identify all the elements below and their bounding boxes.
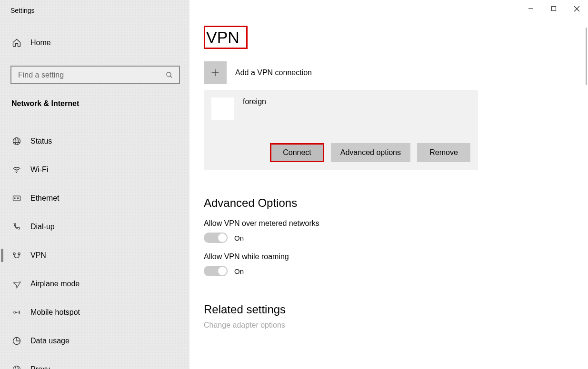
sidebar-item-home[interactable]: Home	[10, 32, 179, 53]
hotspot-icon	[11, 307, 22, 318]
svg-point-12	[13, 253, 15, 255]
globe-icon	[11, 136, 22, 146]
sidebar-item-label: Status	[30, 137, 52, 146]
svg-point-16	[13, 366, 20, 369]
sidebar-item-label: Data usage	[30, 337, 70, 345]
sidebar-item-proxy[interactable]: Proxy	[10, 359, 179, 369]
vpn-entry-name: foreign	[243, 97, 266, 106]
sidebar-item-label: Proxy	[30, 365, 50, 369]
svg-point-0	[167, 72, 171, 77]
plus-icon	[204, 61, 227, 84]
sidebar-item-ethernet[interactable]: Ethernet	[10, 188, 179, 209]
add-vpn-button[interactable]: Add a VPN connection	[204, 61, 574, 84]
app-title: Settings	[0, 0, 189, 19]
svg-point-3	[15, 138, 19, 145]
data-usage-icon	[11, 336, 22, 346]
toggle-metered[interactable]	[204, 233, 228, 243]
page-title: VPN	[204, 26, 248, 49]
search-input[interactable]	[10, 66, 180, 84]
sidebar-item-wifi[interactable]: Wi-Fi	[10, 159, 179, 180]
add-vpn-label: Add a VPN connection	[235, 68, 312, 77]
home-icon	[11, 38, 22, 48]
connect-button[interactable]: Connect	[270, 143, 324, 162]
search-icon	[165, 71, 173, 79]
svg-point-14	[16, 312, 17, 313]
wifi-icon	[11, 165, 22, 175]
toggle-roaming[interactable]	[204, 266, 228, 276]
sidebar-item-label: Wi-Fi	[30, 165, 48, 174]
advanced-section-title: Advanced Options	[204, 196, 574, 210]
sidebar-item-hotspot[interactable]: Mobile hotspot	[10, 302, 179, 323]
search-field[interactable]	[17, 70, 158, 80]
option-metered-label: Allow VPN over metered networks	[204, 219, 574, 228]
svg-line-1	[170, 76, 172, 78]
main-area: VPN Add a VPN connection foreign Connect…	[189, 0, 588, 369]
sidebar-item-label: Dial-up	[30, 223, 55, 231]
sidebar: Settings Home	[0, 0, 189, 369]
change-adapter-link[interactable]: Change adapter options	[204, 321, 574, 330]
svg-point-6	[16, 172, 17, 173]
category-label: Network & Internet	[10, 99, 179, 108]
toggle-metered-state: On	[234, 234, 244, 242]
svg-point-17	[15, 366, 19, 369]
sidebar-item-label: Airplane mode	[30, 280, 80, 288]
sidebar-item-status[interactable]: Status	[10, 131, 179, 152]
airplane-icon	[11, 279, 22, 289]
svg-point-13	[18, 253, 20, 255]
vpn-entry[interactable]: foreign Connect Advanced options Remove	[204, 90, 478, 170]
svg-rect-7	[13, 196, 20, 201]
option-roaming-label: Allow VPN while roaming	[204, 252, 574, 261]
advanced-options-button[interactable]: Advanced options	[331, 143, 410, 162]
remove-button[interactable]: Remove	[417, 143, 470, 162]
sidebar-item-label: Ethernet	[30, 194, 59, 203]
sidebar-item-airplane[interactable]: Airplane mode	[10, 273, 179, 294]
sidebar-item-label: Home	[30, 39, 51, 47]
sidebar-item-label: VPN	[30, 251, 46, 260]
toggle-roaming-state: On	[234, 267, 244, 275]
sidebar-item-dialup[interactable]: Dial-up	[10, 216, 179, 237]
nav-list: Status Wi-Fi	[10, 131, 179, 369]
proxy-icon	[11, 364, 22, 369]
phone-icon	[11, 222, 22, 232]
sidebar-item-label: Mobile hotspot	[30, 308, 80, 317]
svg-point-2	[13, 138, 20, 145]
related-section-title: Related settings	[204, 303, 574, 316]
sidebar-item-vpn[interactable]: VPN	[10, 245, 179, 266]
sidebar-item-datausage[interactable]: Data usage	[10, 330, 179, 351]
ethernet-icon	[11, 193, 22, 204]
vpn-entry-icon	[211, 97, 234, 120]
vpn-icon	[11, 250, 22, 261]
